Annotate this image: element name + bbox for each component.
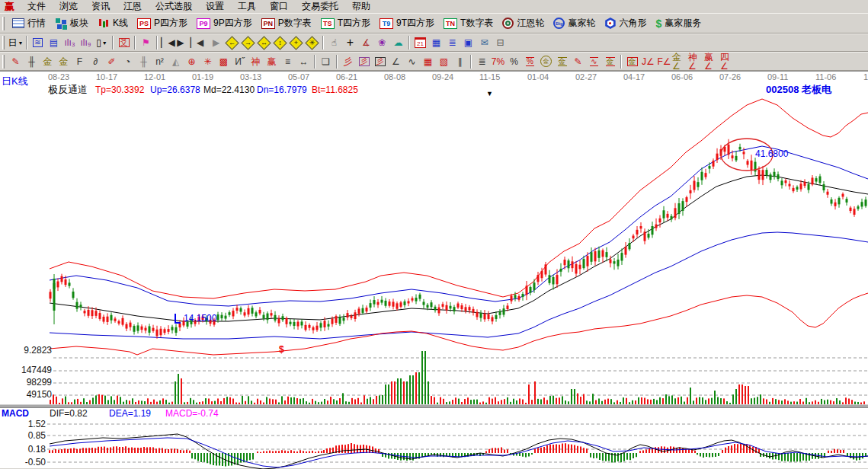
clock-circle-icon[interactable]: ◔ xyxy=(120,53,136,69)
width-arrows-icon[interactable]: ↔ xyxy=(296,53,312,69)
ruler-123-icon[interactable]: ≡ xyxy=(280,53,296,69)
printer-icon[interactable]: ⊟ xyxy=(492,35,508,51)
grid-star-icon[interactable]: ▩ xyxy=(216,53,232,69)
gann-wheel-button[interactable]: 江恩轮 xyxy=(498,14,549,33)
gann-flower-icon[interactable]: ❀ xyxy=(374,35,390,51)
spiral-fence-icon[interactable]: ∂ xyxy=(88,53,104,69)
price-scale-icon[interactable]: ≣ xyxy=(474,53,490,69)
protractor-icon[interactable]: ∡ xyxy=(358,35,374,51)
percent-red-icon[interactable]: % xyxy=(522,53,538,69)
red-wave-icon[interactable]: ∿ xyxy=(586,53,602,69)
menu-window[interactable]: 窗口 xyxy=(263,0,295,13)
rays-box-icon[interactable]: 彡 xyxy=(356,53,372,69)
single-candle-button[interactable]: ▯▼ xyxy=(94,35,110,51)
hexagon-button-label: 六角形 xyxy=(619,17,646,30)
ying-angle-icon[interactable]: 赢∠ xyxy=(704,53,720,69)
pan-hand-icon[interactable]: ☝ xyxy=(326,35,342,51)
diamond-left-icon[interactable]: ← xyxy=(224,35,240,51)
menu-file[interactable]: 文件 xyxy=(21,0,53,13)
step-forward-icon[interactable]: ▶ xyxy=(208,35,224,51)
shen-angle-icon[interactable]: 神∠ xyxy=(688,53,704,69)
menu-settings[interactable]: 设置 xyxy=(199,0,231,13)
sketch-box-icon[interactable]: 爻 xyxy=(116,35,132,51)
red-brush-icon[interactable]: ✎ xyxy=(8,53,24,69)
period-day-button[interactable]: 日▼ xyxy=(8,35,24,51)
winner-service-button[interactable]: $赢家服务 xyxy=(651,14,706,33)
menu-trade[interactable]: 交易委托 xyxy=(295,0,345,13)
calendar-icon[interactable]: 21 xyxy=(412,35,428,51)
diamond-plus-icon[interactable]: + xyxy=(288,35,304,51)
gold-redbox-icon[interactable]: 金 xyxy=(624,53,640,69)
quotes-button[interactable]: 行情 xyxy=(8,14,50,33)
gold-redline-icon[interactable]: 金 xyxy=(602,53,618,69)
ying-fence-icon[interactable]: 赢 xyxy=(264,53,280,69)
j-angle-icon[interactable]: J∠ xyxy=(640,53,656,69)
hexagon-button[interactable]: 六角形 xyxy=(600,14,651,33)
menu-news[interactable]: 资讯 xyxy=(85,0,117,13)
cloud-icon[interactable]: ☁ xyxy=(390,35,406,51)
t-table-button[interactable]: TNT数字表 xyxy=(439,14,498,33)
multi-chart-9-icon[interactable]: ılı₉ xyxy=(78,35,94,51)
mail-icon[interactable]: ✉ xyxy=(476,35,492,51)
gold-angle-icon[interactable]: 金∠ xyxy=(672,53,688,69)
red-marker-icon[interactable]: ✐ xyxy=(104,53,120,69)
menu-help[interactable]: 帮助 xyxy=(345,0,377,13)
p-square-button[interactable]: PSP四方形 xyxy=(133,14,192,33)
volume-axis-label-1: 147449 xyxy=(18,365,52,375)
marks-icon[interactable]: И˝ xyxy=(232,53,248,69)
f-angle-icon[interactable]: F∠ xyxy=(656,53,672,69)
rays-fan-icon[interactable]: 彡 xyxy=(340,53,356,69)
goto-end-icon[interactable]: ▶▕ xyxy=(176,35,192,51)
multi-chart-3-icon[interactable]: ılı₃ xyxy=(62,35,78,51)
circle-cross-icon[interactable]: ⊕ xyxy=(184,53,200,69)
rays-box2-icon[interactable]: 彡 xyxy=(372,53,388,69)
marker-scale-icon[interactable]: ✎ xyxy=(570,53,586,69)
diamond-right-icon[interactable]: → xyxy=(240,35,256,51)
kline-button[interactable]: K线 xyxy=(93,14,133,33)
shen-fence-icon[interactable]: 神 xyxy=(248,53,264,69)
f-fence-icon[interactable]: F xyxy=(72,53,88,69)
scroll-doc-icon[interactable]: ▤ xyxy=(46,35,62,51)
save-disk-icon[interactable]: ▣ xyxy=(460,35,476,51)
t-square-button[interactable]: TST四方形 xyxy=(316,14,375,33)
crosshair-icon[interactable]: + xyxy=(342,35,358,51)
t9-square-button[interactable]: T99T四方形 xyxy=(375,14,439,33)
n2-fence-icon[interactable]: n² xyxy=(152,53,168,69)
pattern-box-icon[interactable]: ≋ xyxy=(30,35,46,51)
menu-tools[interactable]: 工具 xyxy=(231,0,263,13)
trend-angle-icon[interactable]: ∠ xyxy=(388,53,404,69)
gold-circle-icon[interactable]: 金 xyxy=(538,53,554,69)
gold-lines-icon[interactable]: 金 xyxy=(554,53,570,69)
diamond-leftright-icon[interactable]: ↔ xyxy=(256,35,272,51)
chart-area[interactable]: 日K线 08-2310-1712-0101-1903-1305-0706-210… xyxy=(0,71,868,468)
menu-gann[interactable]: 江恩 xyxy=(117,0,149,13)
notes-icon[interactable]: ≣ xyxy=(444,35,460,51)
goto-start-icon[interactable]: ▏◀ xyxy=(160,35,176,51)
parallel-lines-icon[interactable]: ∥ xyxy=(452,53,468,69)
triangle-line-icon[interactable]: ◭ xyxy=(168,53,184,69)
diamond-updown-icon[interactable]: ↕ xyxy=(272,35,288,51)
window-layout-icon[interactable]: ❏ xyxy=(318,53,334,69)
fence-icon[interactable]: ╫ xyxy=(24,53,40,69)
percent-icon[interactable]: % xyxy=(506,53,522,69)
p9-square-button[interactable]: P99P四方形 xyxy=(192,14,257,33)
flag-icon[interactable]: ⚑ xyxy=(138,35,154,51)
gold-fence-2-icon[interactable]: 金 xyxy=(56,53,72,69)
blocks-button[interactable]: 板块 xyxy=(50,14,93,33)
starburst-icon[interactable]: ✳ xyxy=(200,53,216,69)
gold-fence-icon[interactable]: 金 xyxy=(40,53,56,69)
menu-browse[interactable]: 浏览 xyxy=(53,0,85,13)
red-grid-icon[interactable]: ▦ xyxy=(420,53,436,69)
calculator-icon[interactable]: ▦ xyxy=(428,35,444,51)
winner-wheel-button[interactable]: Big赢家轮 xyxy=(549,14,600,33)
percent-zigzag-icon[interactable]: 7% xyxy=(490,53,506,69)
si-angle-icon[interactable]: 四∠ xyxy=(720,53,736,69)
p-table-button[interactable]: PNP数字表 xyxy=(257,14,316,33)
menu-formula-pick[interactable]: 公式选股 xyxy=(149,0,199,13)
grid-arrow-icon[interactable]: ▧ xyxy=(436,53,452,69)
step-back-icon[interactable]: ◀ xyxy=(192,35,208,51)
zigzag-icon[interactable]: ∿ xyxy=(404,53,420,69)
diamond-star-icon[interactable]: ✳ xyxy=(304,35,320,51)
hexagon-icon xyxy=(604,18,616,29)
plain-fence-icon[interactable]: ╫ xyxy=(136,53,152,69)
